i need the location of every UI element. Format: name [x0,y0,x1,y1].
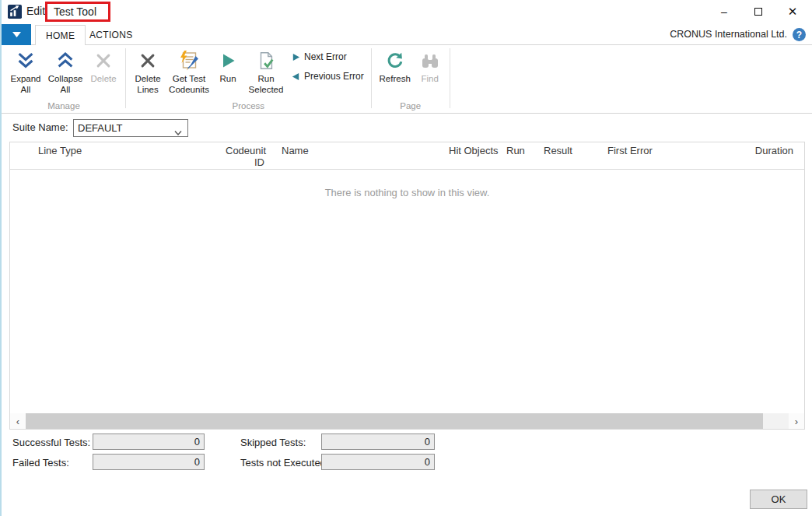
group-label-process: Process [130,101,367,113]
column-header-hit-objects[interactable]: Hit Objects [446,146,505,157]
column-header-duration[interactable]: Duration [738,146,804,157]
page-title: Test Tool [54,5,96,18]
expand-all-icon [16,48,36,73]
ribbon: Expand All Collapse All Delete Manage [2,45,812,114]
delete-lines-button[interactable]: Delete Lines [130,45,166,96]
ribbon-group-process: Delete Lines Get Test Codeunits Run [130,45,367,113]
skipped-tests-field: 0 [321,434,435,450]
minimize-icon: – [721,5,727,18]
suite-name-select[interactable]: DEFAULT [73,119,188,137]
run-button[interactable]: Run [212,45,243,84]
column-header-line-type[interactable]: Line Type [32,146,222,157]
ribbon-tab-strip: HOME ACTIONS CRONUS International Ltd. ? [2,23,812,45]
tab-actions[interactable]: ACTIONS [79,25,142,45]
scroll-left-icon: ‹ [16,416,19,427]
nav-app-icon [8,5,22,19]
ribbon-separator [125,48,126,108]
chevron-down-icon [174,126,182,138]
delete-lines-icon [138,48,157,73]
collapse-all-icon [55,48,75,73]
summary-panel: Successful Tests: 0 Skipped Tests: 0 Fai… [2,430,812,516]
ribbon-group-page: Refresh Find Page [376,45,446,113]
column-header-result[interactable]: Result [541,146,604,157]
refresh-button[interactable]: Refresh [376,45,415,84]
ribbon-separator [371,48,372,108]
get-test-codeunits-button[interactable]: Get Test Codeunits [166,45,212,96]
column-header-first-error[interactable]: First Error [604,146,738,157]
maximize-button[interactable] [745,0,772,23]
ribbon-separator [450,48,450,108]
scroll-left-arrow[interactable]: ‹ [10,413,26,429]
skipped-tests-label: Skipped Tests: [240,437,306,448]
collapse-all-button[interactable]: Collapse All [45,45,86,96]
column-header-codeunit-id[interactable]: Codeunit ID [222,146,268,169]
ribbon-group-manage: Expand All Collapse All Delete Manage [6,45,121,113]
maximize-icon [754,8,762,16]
group-label-manage: Manage [6,101,121,113]
close-icon: ✕ [788,5,798,19]
group-label-page: Page [376,101,446,113]
minimize-button[interactable]: – [711,0,737,23]
test-tool-window: Edit Test Tool – ✕ HOME ACTIONS CRONUS I… [0,0,812,516]
successful-tests-label: Successful Tests: [12,437,90,448]
delete-button: Delete [86,45,121,84]
find-button: Find [415,45,446,84]
run-selected-icon [256,48,276,73]
find-icon [421,48,439,73]
empty-view-message: There is nothing to show in this view. [10,187,804,198]
error-nav-buttons: Next Error Previous Error [289,45,367,82]
company-name: CRONUS International Ltd. [670,29,787,40]
scrollbar-track[interactable] [763,413,789,429]
delete-icon [94,48,113,73]
column-header-name[interactable]: Name [278,146,446,157]
failed-tests-label: Failed Tests: [12,457,69,469]
scrollbar-thumb[interactable] [26,413,763,429]
next-error-icon [292,53,300,61]
run-icon [219,48,237,73]
grid-body: There is nothing to show in this view. [10,170,804,413]
tests-not-executed-field: 0 [321,454,435,470]
tests-not-executed-label: Tests not Executed: [240,457,328,469]
tab-home[interactable]: HOME [35,25,86,45]
suite-name-value: DEFAULT [78,122,123,134]
grid-header-row: Line Type Codeunit ID Name Hit Objects R… [10,142,804,170]
suite-name-row: Suite Name: DEFAULT [2,114,812,142]
help-icon[interactable]: ? [793,28,806,41]
refresh-icon [385,48,405,73]
title-bar: Edit Test Tool – ✕ [2,0,812,23]
previous-error-button[interactable]: Previous Error [292,71,364,82]
run-selected-button[interactable]: Run Selected [243,45,289,96]
get-test-codeunits-icon [178,48,200,73]
previous-error-icon [292,72,300,81]
scroll-right-arrow[interactable]: › [789,413,804,429]
suite-name-label: Suite Name: [12,121,68,133]
chevron-down-icon [12,32,21,37]
scroll-right-icon: › [795,416,798,427]
ok-button[interactable]: OK [750,490,807,509]
horizontal-scrollbar[interactable]: ‹ › [10,413,804,429]
successful-tests-field: 0 [93,434,205,450]
highlight-box: Test Tool [45,2,110,22]
next-error-button[interactable]: Next Error [292,51,364,62]
column-header-run[interactable]: Run [505,146,541,157]
failed-tests-field: 0 [93,454,205,470]
expand-all-button[interactable]: Expand All [6,45,45,96]
close-button[interactable]: ✕ [779,0,806,23]
edit-mode-label: Edit [26,5,45,17]
application-menu-button[interactable] [2,24,31,45]
test-lines-grid: Line Type Codeunit ID Name Hit Objects R… [9,142,805,430]
